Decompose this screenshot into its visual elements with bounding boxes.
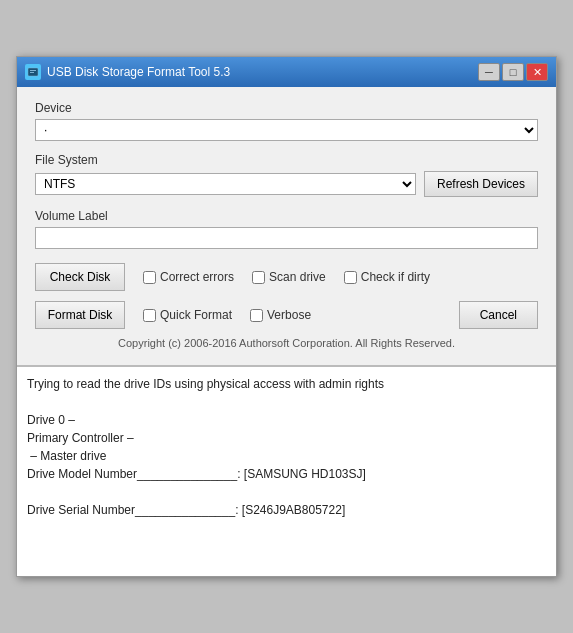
svg-rect-2 — [30, 72, 34, 73]
svg-rect-1 — [30, 70, 36, 71]
quick-format-checkbox[interactable] — [143, 309, 156, 322]
restore-button[interactable]: □ — [502, 63, 524, 81]
correct-errors-label[interactable]: Correct errors — [160, 270, 234, 284]
filesystem-select[interactable]: FAT FAT32 NTFS exFAT — [35, 173, 416, 195]
check-if-dirty-checkbox[interactable] — [344, 271, 357, 284]
copyright-text: Copyright (c) 2006-2016 Authorsoft Corpo… — [35, 329, 538, 355]
volume-label-input[interactable] — [35, 227, 538, 249]
quick-format-group: Quick Format — [143, 308, 232, 322]
scan-drive-group: Scan drive — [252, 270, 326, 284]
title-buttons: ─ □ ✕ — [478, 63, 548, 81]
filesystem-row: FAT FAT32 NTFS exFAT Refresh Devices — [35, 171, 538, 197]
verbose-group: Verbose — [250, 308, 311, 322]
main-window: USB Disk Storage Format Tool 5.3 ─ □ ✕ D… — [16, 56, 557, 577]
main-panel: Device · File System FAT FAT32 NTFS exFA… — [17, 87, 556, 366]
check-if-dirty-group: Check if dirty — [344, 270, 430, 284]
quick-format-label[interactable]: Quick Format — [160, 308, 232, 322]
device-label: Device — [35, 101, 538, 115]
verbose-checkbox[interactable] — [250, 309, 263, 322]
app-icon — [25, 64, 41, 80]
log-content: Trying to read the drive IDs using physi… — [27, 375, 546, 519]
volume-label-label: Volume Label — [35, 209, 538, 223]
minimize-button[interactable]: ─ — [478, 63, 500, 81]
title-bar: USB Disk Storage Format Tool 5.3 ─ □ ✕ — [17, 57, 556, 87]
close-button[interactable]: ✕ — [526, 63, 548, 81]
verbose-label[interactable]: Verbose — [267, 308, 311, 322]
scan-drive-checkbox[interactable] — [252, 271, 265, 284]
device-select[interactable]: · — [35, 119, 538, 141]
scan-drive-label[interactable]: Scan drive — [269, 270, 326, 284]
title-bar-left: USB Disk Storage Format Tool 5.3 — [25, 64, 230, 80]
check-disk-row: Check Disk Correct errors Scan drive Che… — [35, 263, 538, 291]
check-disk-button[interactable]: Check Disk — [35, 263, 125, 291]
refresh-devices-button[interactable]: Refresh Devices — [424, 171, 538, 197]
log-area[interactable]: Trying to read the drive IDs using physi… — [17, 366, 556, 576]
cancel-button[interactable]: Cancel — [459, 301, 538, 329]
window-title: USB Disk Storage Format Tool 5.3 — [47, 65, 230, 79]
check-if-dirty-label[interactable]: Check if dirty — [361, 270, 430, 284]
correct-errors-checkbox[interactable] — [143, 271, 156, 284]
format-disk-row: Format Disk Quick Format Verbose Cancel — [35, 301, 538, 329]
correct-errors-group: Correct errors — [143, 270, 234, 284]
format-disk-button[interactable]: Format Disk — [35, 301, 125, 329]
filesystem-label: File System — [35, 153, 538, 167]
